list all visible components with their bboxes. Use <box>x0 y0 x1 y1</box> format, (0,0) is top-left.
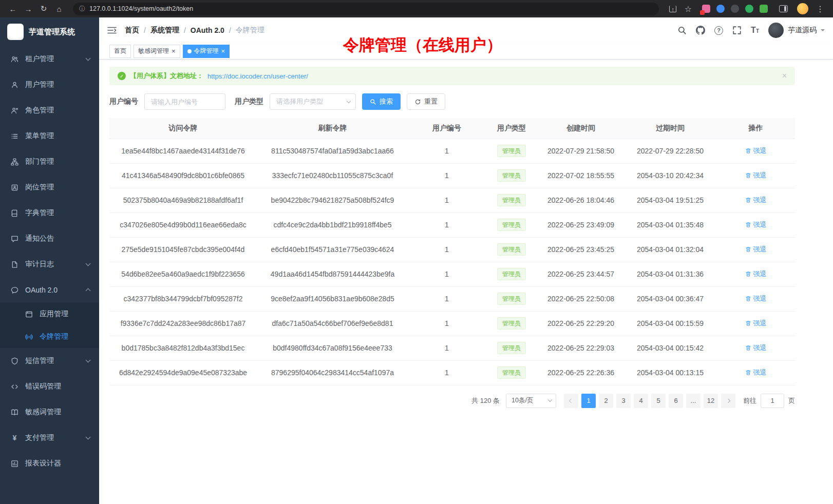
extensions-puzzle-icon[interactable] <box>760 5 768 13</box>
page-number-button[interactable]: 1 <box>581 394 596 408</box>
github-icon[interactable] <box>696 26 705 35</box>
page-number-button[interactable]: 2 <box>599 394 613 408</box>
doc-link[interactable]: https://doc.iocoder.cn/user-center/ <box>207 72 308 80</box>
close-icon[interactable] <box>221 48 225 54</box>
sidebar-item-tenant[interactable]: 租户管理 <box>0 46 99 72</box>
sidebar-item-sms[interactable]: 短信管理 <box>0 348 99 374</box>
force-logout-button[interactable]: 强退 <box>745 146 767 156</box>
prev-page-button[interactable] <box>564 394 578 408</box>
reload-icon[interactable] <box>37 2 50 15</box>
user-type-cell: 管理员 <box>485 139 538 163</box>
sidebar-item-oauth[interactable]: OAuth 2.0 <box>0 277 99 303</box>
extension-icon[interactable] <box>702 5 710 13</box>
search-button[interactable]: 搜索 <box>362 93 401 110</box>
sidebar-item-report-designer[interactable]: 报表设计器 <box>0 451 99 476</box>
sidebar-item-sensitive-word[interactable]: 敏感词管理 <box>0 399 99 425</box>
user-type-tag: 管理员 <box>497 366 526 379</box>
share-icon[interactable] <box>666 2 679 15</box>
force-logout-button[interactable]: 强退 <box>745 220 767 229</box>
alert-close-icon[interactable] <box>782 71 787 81</box>
extension-icon[interactable] <box>731 5 739 13</box>
browser-profile-avatar[interactable] <box>797 3 808 14</box>
refresh-token-cell: 333ecfc71e02480cb11055c875c3ca0f <box>257 163 408 188</box>
page-number-button[interactable]: 5 <box>651 394 666 408</box>
sidebar-item-notice[interactable]: 通知公告 <box>0 226 99 251</box>
force-logout-button[interactable]: 强退 <box>745 294 767 303</box>
tab-token[interactable]: 令牌管理 <box>183 45 230 58</box>
font-size-icon[interactable] <box>751 26 759 35</box>
sidebar-item-label: 错误码管理 <box>25 382 90 391</box>
force-logout-button[interactable]: 强退 <box>745 171 767 180</box>
sidebar-item-payment[interactable]: 支付管理 <box>0 425 99 451</box>
user-id-input[interactable] <box>144 93 225 110</box>
page-number-button[interactable]: 12 <box>704 394 718 408</box>
delete-icon <box>745 296 751 302</box>
sidebar-item-role[interactable]: 角色管理 <box>0 98 99 123</box>
user-id-cell: 1 <box>408 212 485 237</box>
user-type-cell: 管理员 <box>485 311 538 336</box>
force-logout-button[interactable]: 强退 <box>745 343 767 353</box>
force-logout-button[interactable]: 强退 <box>745 196 767 205</box>
next-page-button[interactable] <box>721 394 735 408</box>
info-icon[interactable] <box>79 2 85 15</box>
breadcrumb-item[interactable]: 系统管理 <box>150 26 179 35</box>
user-icon <box>10 81 19 89</box>
sidebar-collapse-icon[interactable] <box>107 26 117 34</box>
extension-icon[interactable] <box>745 5 753 13</box>
sidebar-item-post[interactable]: 岗位管理 <box>0 175 99 200</box>
tab-sensitive-word[interactable]: 敏感词管理 <box>134 45 180 58</box>
page-size-select[interactable]: 10条/页 <box>506 394 556 408</box>
chevron-right-icon <box>726 398 730 402</box>
tab-home[interactable]: 首页 <box>109 45 131 58</box>
force-logout-button[interactable]: 强退 <box>745 368 767 377</box>
home-icon[interactable] <box>52 2 66 15</box>
sidebar-item-audit-log[interactable]: 审计日志 <box>0 251 99 277</box>
sidebar-item-oauth-token[interactable]: 令牌管理 <box>0 325 99 348</box>
forward-icon[interactable] <box>22 2 35 15</box>
page-number-button[interactable]: 4 <box>634 394 648 408</box>
kebab-menu-icon[interactable] <box>813 2 827 15</box>
active-dot-icon <box>187 49 192 53</box>
page-number-button[interactable]: 6 <box>669 394 683 408</box>
url-bar[interactable]: 127.0.0.1:1024/system/oauth2/token <box>73 3 659 15</box>
app-logo[interactable]: 芋道管理系统 <box>0 17 99 46</box>
actions-cell: 强退 <box>716 163 795 188</box>
reset-button[interactable]: 重置 <box>407 93 445 110</box>
breadcrumb-item[interactable]: OAuth 2.0 <box>191 26 224 34</box>
back-icon[interactable] <box>6 2 20 15</box>
extension-icon[interactable] <box>716 5 725 13</box>
user-type-tag: 管理员 <box>497 145 526 157</box>
table-row: 275e5de9151045fe87cbdc395e004f4d e6cfd40… <box>109 237 795 262</box>
force-logout-button[interactable]: 强退 <box>745 269 767 279</box>
help-icon[interactable] <box>714 26 723 35</box>
page-number-button[interactable]: ... <box>686 394 701 408</box>
breadcrumb-item[interactable]: 首页 <box>125 26 139 35</box>
fullscreen-icon[interactable] <box>732 26 742 35</box>
bookmark-star-icon[interactable] <box>681 2 695 15</box>
user-type-select[interactable]: 请选择用户类型 <box>270 93 356 110</box>
force-logout-label: 强退 <box>753 368 767 377</box>
delete-icon <box>745 172 751 179</box>
force-logout-button[interactable]: 强退 <box>745 245 767 254</box>
page-number-button[interactable]: 3 <box>616 394 631 408</box>
user-menu[interactable]: 芋道源码 <box>768 23 825 38</box>
side-panel-icon[interactable] <box>779 5 788 12</box>
sidebar-item-error-code[interactable]: 错误码管理 <box>0 374 99 399</box>
goto-page-input[interactable] <box>761 394 784 408</box>
sidebar-item-oauth-apps[interactable]: 应用管理 <box>0 303 99 325</box>
main-area: 首页 / 系统管理 / OAuth 2.0 / 令牌管理 芋道源码 <box>99 17 833 504</box>
url-text: 127.0.0.1:1024/system/oauth2/token <box>89 5 193 12</box>
user-id-cell: 1 <box>408 237 485 262</box>
search-icon[interactable] <box>677 26 687 35</box>
sidebar-item-dict[interactable]: 字典管理 <box>0 200 99 226</box>
sidebar-item-menu[interactable]: 菜单管理 <box>0 123 99 149</box>
table-row: c342377bf8b344799dcbf7bf095287f2 9ce8ef2… <box>109 286 795 311</box>
sidebar-item-user[interactable]: 用户管理 <box>0 72 99 98</box>
chevron-left-icon <box>569 398 573 402</box>
tab-label: 令牌管理 <box>194 47 219 55</box>
user-type-cell: 管理员 <box>485 360 538 385</box>
sidebar-item-dept[interactable]: 部门管理 <box>0 149 99 175</box>
expire-time-cell: 2054-03-04 01:35:48 <box>624 212 716 237</box>
close-icon[interactable] <box>172 48 176 54</box>
force-logout-button[interactable]: 强退 <box>745 319 767 328</box>
